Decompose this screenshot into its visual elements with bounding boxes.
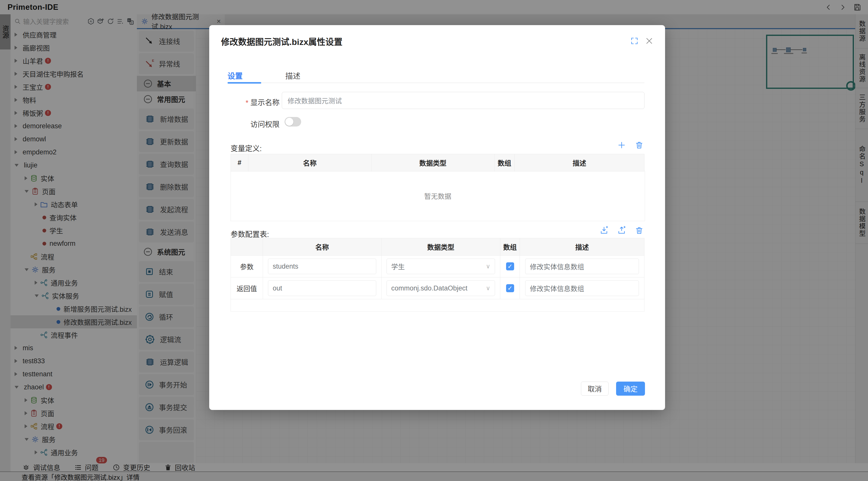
params-table: 名称 数据类型 数组 描述 参数students学生∨✓修改实体信息数组返回值o… bbox=[230, 238, 645, 312]
display-name-input[interactable] bbox=[282, 92, 645, 109]
delete-variable-icon[interactable] bbox=[635, 140, 644, 150]
col-rowtype bbox=[231, 238, 263, 256]
col-datatype: 数据类型 bbox=[381, 238, 500, 256]
col-index: # bbox=[231, 154, 248, 171]
col-array: 数组 bbox=[495, 154, 515, 171]
add-variable-icon[interactable] bbox=[617, 140, 626, 150]
param-array-cell: ✓ bbox=[500, 256, 520, 278]
params-actions bbox=[599, 226, 644, 235]
cancel-button[interactable]: 取消 bbox=[581, 382, 609, 396]
dialog-title: 修改数据图元测试.bizx属性设置 bbox=[221, 35, 343, 47]
param-array-cell: ✓ bbox=[500, 278, 520, 299]
array-checkbox[interactable]: ✓ bbox=[506, 284, 514, 292]
active-tab-indicator bbox=[227, 82, 261, 84]
access-toggle[interactable] bbox=[285, 117, 301, 127]
chevron-down-icon: ∨ bbox=[486, 263, 491, 270]
param-type-cell: commonj.sdo.DataObject∨ bbox=[381, 278, 500, 299]
param-desc-input[interactable]: 修改实体信息数组 bbox=[525, 281, 639, 296]
variables-actions bbox=[617, 140, 644, 150]
param-desc-cell: 修改实体信息数组 bbox=[520, 256, 645, 278]
param-name-input[interactable]: students bbox=[268, 259, 376, 274]
dialog-tabs: 设置 描述 bbox=[227, 70, 300, 81]
param-type-cell: 学生∨ bbox=[381, 256, 500, 278]
delete-params-icon[interactable] bbox=[635, 226, 644, 235]
fullscreen-icon[interactable] bbox=[630, 37, 639, 45]
col-desc: 描述 bbox=[515, 154, 645, 171]
variables-label: 变量定义: bbox=[230, 142, 262, 153]
param-row-type: 返回值 bbox=[231, 278, 263, 299]
col-datatype: 数据类型 bbox=[371, 154, 495, 171]
close-icon[interactable] bbox=[645, 37, 653, 45]
tabs-divider bbox=[227, 83, 645, 83]
param-row-参数: 参数students学生∨✓修改实体信息数组 bbox=[231, 256, 645, 278]
primeton-ide-app: Primeton-IDE 资源 输入关键字搜索 AIEn文 供应商管理画廊视图山… bbox=[0, 0, 868, 481]
chevron-down-icon: ∨ bbox=[486, 285, 491, 292]
param-desc-cell: 修改实体信息数组 bbox=[520, 278, 645, 299]
param-row-返回值: 返回值outcommonj.sdo.DataObject∨✓修改实体信息数组 bbox=[231, 278, 645, 299]
params-label: 参数配置表: bbox=[230, 228, 269, 239]
variables-table: # 名称 数据类型 数组 描述 bbox=[230, 154, 645, 171]
param-name-cell: out bbox=[263, 278, 381, 299]
variables-empty-state: 暂无数据 bbox=[230, 171, 645, 221]
param-desc-input[interactable]: 修改实体信息数组 bbox=[525, 259, 639, 274]
tab-settings[interactable]: 设置 bbox=[227, 70, 243, 81]
param-row-type: 参数 bbox=[231, 256, 263, 278]
param-name-cell: students bbox=[263, 256, 381, 278]
col-name: 名称 bbox=[248, 154, 371, 171]
param-type-select[interactable]: commonj.sdo.DataObject∨ bbox=[386, 281, 495, 296]
ok-button[interactable]: 确定 bbox=[616, 382, 645, 396]
tab-description[interactable]: 描述 bbox=[285, 70, 300, 81]
array-checkbox[interactable]: ✓ bbox=[506, 262, 514, 270]
col-array: 数组 bbox=[500, 238, 520, 256]
export-params-icon[interactable] bbox=[617, 226, 626, 235]
import-params-icon[interactable] bbox=[599, 226, 609, 235]
param-name-input[interactable]: out bbox=[268, 281, 376, 296]
display-name-label: 显示名称 bbox=[237, 97, 280, 107]
col-desc: 描述 bbox=[520, 238, 645, 256]
dialog-footer: 取消 确定 bbox=[581, 382, 645, 396]
empty-param-row bbox=[231, 299, 645, 312]
properties-dialog: 修改数据图元测试.bizx属性设置 设置 描述 显示名称 访问权限 变量定义: … bbox=[209, 25, 665, 410]
access-label: 访问权限 bbox=[237, 119, 280, 129]
toggle-knob bbox=[285, 118, 293, 126]
col-name: 名称 bbox=[263, 238, 381, 256]
param-type-select[interactable]: 学生∨ bbox=[386, 259, 495, 274]
